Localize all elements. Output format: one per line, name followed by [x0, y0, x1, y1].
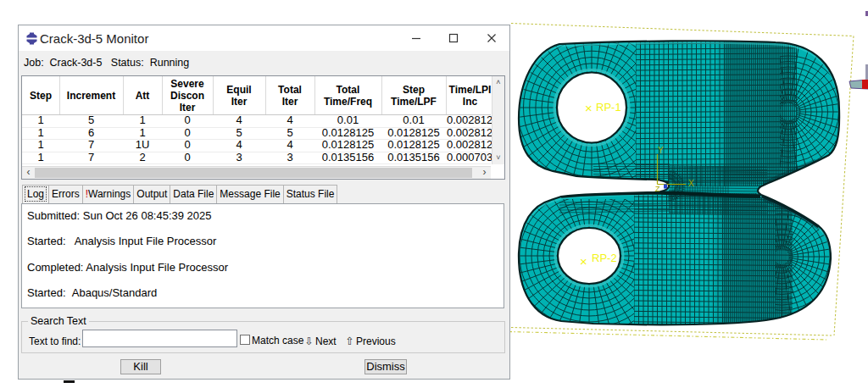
- svg-text:Z: Z: [655, 185, 660, 193]
- svg-text:RP-1: RP-1: [596, 101, 621, 114]
- svg-text:Y: Y: [658, 146, 664, 155]
- svg-text:×: ×: [585, 101, 593, 115]
- svg-text:RP-2: RP-2: [592, 252, 617, 264]
- svg-text:X: X: [688, 179, 694, 188]
- svg-text:×: ×: [580, 254, 587, 269]
